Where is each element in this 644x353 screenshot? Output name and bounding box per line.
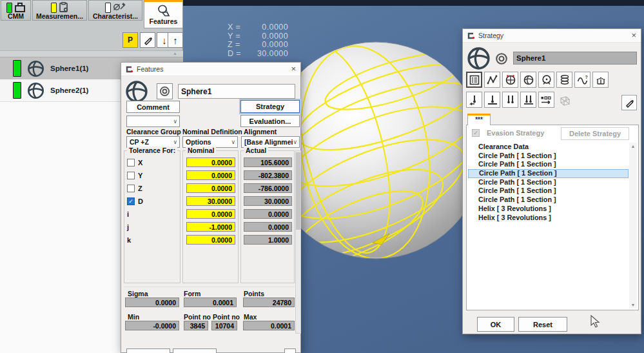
checkbox-x[interactable] bbox=[127, 159, 135, 166]
strategy-list-item[interactable]: Helix [ 3 Revolutions ] bbox=[468, 214, 629, 223]
nominal-j-field[interactable]: -1.0000 bbox=[186, 222, 235, 232]
tab-measurement-plan[interactable]: Measuremen... bbox=[32, 0, 87, 21]
strategy-list: Clearance Data Circle Path [ 1 Section ]… bbox=[468, 143, 629, 308]
close-icon[interactable]: × bbox=[631, 30, 636, 40]
unknown-curve-icon: ? bbox=[577, 75, 589, 85]
step-sequence-icon bbox=[540, 95, 553, 105]
sphere-feature-icon bbox=[125, 80, 148, 103]
scroll-down-icon[interactable]: ▼ bbox=[629, 303, 637, 307]
arrow-up-icon: ↑ bbox=[173, 35, 178, 46]
nominal-groupbox: Nominal 0.0000 0.0000 0.0000 30.0000 0.0… bbox=[182, 150, 239, 283]
wireframe-cube-button bbox=[556, 92, 572, 108]
probe-pair-base-button[interactable] bbox=[520, 92, 536, 108]
measurement-list-icon bbox=[469, 75, 480, 85]
evasion-strategy-checkbox[interactable]: ✓ bbox=[472, 129, 480, 137]
polyline-points-button[interactable] bbox=[484, 72, 500, 88]
features-dialog: Features × Sphere1 Comment Strategy ∨ Ev… bbox=[121, 62, 301, 353]
dialog-scrollbar[interactable] bbox=[295, 150, 301, 334]
sigma-field: 0.0000 bbox=[125, 298, 179, 307]
bottom-button[interactable] bbox=[126, 348, 170, 353]
mouse-cursor bbox=[590, 315, 601, 329]
tab-label: CMM bbox=[8, 13, 24, 20]
feature-list-scroll-strip[interactable] bbox=[0, 50, 183, 57]
unknown-curve-button[interactable]: ? bbox=[574, 72, 590, 88]
pencil-icon bbox=[625, 98, 634, 108]
point-set-button[interactable] bbox=[592, 72, 609, 88]
comment-button[interactable]: Comment bbox=[126, 101, 180, 113]
chevron-down-icon: ∨ bbox=[231, 139, 235, 145]
scroll-up-icon[interactable]: ▲ bbox=[173, 51, 177, 55]
evaluation-button[interactable]: Evaluation... bbox=[240, 115, 300, 127]
checkbox-y[interactable] bbox=[127, 172, 135, 179]
strategy-list-item[interactable]: Circle Path [ 1 Section ] bbox=[468, 152, 629, 161]
characteristics-status-indicator bbox=[105, 3, 111, 13]
tab-characteristics[interactable]: Characterist... bbox=[88, 0, 142, 21]
strategy-list-item[interactable]: Circle Path [ 1 Section ] bbox=[468, 178, 629, 187]
cmm-machine-icon bbox=[14, 3, 26, 13]
checkbox-d[interactable]: ✓ bbox=[127, 197, 135, 205]
scroll-up-icon[interactable]: ▲ bbox=[629, 144, 637, 148]
nominal-y-field[interactable]: 0.0000 bbox=[186, 170, 235, 180]
chevron-down-icon: ∨ bbox=[173, 118, 177, 125]
svg-text:?: ? bbox=[585, 75, 587, 79]
delete-strategy-button[interactable]: Delete Strategy bbox=[561, 127, 629, 140]
strategy-list-item[interactable]: Helix [ 3 Revolutions ] bbox=[468, 205, 629, 214]
probe-surface-icon bbox=[487, 94, 498, 106]
strategy-list-item[interactable]: Circle Path [ 1 Section ] bbox=[468, 196, 629, 205]
comment-dropdown[interactable]: ∨ bbox=[126, 116, 180, 127]
feature-name-field[interactable]: Sphere1 bbox=[178, 84, 295, 99]
helix-icon bbox=[560, 74, 570, 85]
tab-cmm[interactable]: CMM bbox=[1, 0, 31, 21]
strategy-list-item[interactable]: Circle Path [ 1 Section ] bbox=[468, 160, 629, 169]
sphere-grid-button[interactable] bbox=[520, 72, 536, 88]
probe-pair-button[interactable] bbox=[502, 92, 518, 108]
strategy-list-item[interactable]: Circle Path [ 1 Section ] bbox=[468, 187, 629, 196]
form-field: 0.0001 bbox=[184, 298, 237, 307]
features-dialog-titlebar[interactable]: Features × bbox=[121, 63, 300, 76]
readout-row: X =0.0000 bbox=[228, 23, 288, 32]
measurement-status-indicator bbox=[51, 3, 57, 13]
circle-path-icon bbox=[505, 74, 516, 86]
nominal-k-field[interactable]: 0.0000 bbox=[186, 235, 235, 245]
program-mode-button[interactable]: P bbox=[122, 32, 138, 48]
strategy-list-item[interactable]: Clearance Data bbox=[468, 143, 629, 152]
circle-cone-button[interactable] bbox=[538, 72, 554, 88]
circle-cone-icon bbox=[541, 74, 552, 86]
strategy-tab[interactable]: *** bbox=[467, 114, 491, 125]
circle-path-button[interactable] bbox=[502, 72, 518, 88]
nominal-i-field[interactable]: 0.0000 bbox=[186, 209, 235, 219]
probe-retract-button[interactable] bbox=[466, 92, 482, 108]
measurement-list-button[interactable] bbox=[466, 72, 482, 88]
nominal-x-field[interactable]: 0.0000 bbox=[186, 157, 235, 167]
strategy-dialog-titlebar[interactable]: Strategy × bbox=[463, 29, 641, 43]
chevron-down-icon: ∨ bbox=[173, 139, 177, 145]
divider bbox=[124, 287, 295, 287]
ok-button[interactable]: OK bbox=[477, 317, 514, 332]
strategy-button[interactable]: Strategy bbox=[240, 100, 300, 113]
edit-button[interactable] bbox=[140, 32, 155, 48]
edit-strategy-button[interactable] bbox=[621, 95, 637, 110]
actual-groupbox: Actual 105.6000 -802.3800 -786.0000 30.0… bbox=[240, 150, 295, 283]
features-solids-icon bbox=[157, 5, 171, 17]
nominal-z-field[interactable]: 0.0000 bbox=[186, 183, 235, 193]
reset-button[interactable]: Reset bbox=[518, 317, 567, 332]
feature-recall-button[interactable] bbox=[157, 83, 173, 99]
step-sequence-button[interactable] bbox=[538, 92, 554, 108]
calypso-logo-icon bbox=[125, 66, 133, 73]
checkbox-z[interactable] bbox=[127, 185, 135, 192]
close-icon[interactable]: × bbox=[291, 64, 296, 74]
strategy-dialog: Strategy × Sphere1 bbox=[462, 28, 641, 334]
probe-surface-button[interactable] bbox=[484, 92, 500, 108]
strategy-list-scrollbar[interactable]: ▲ ▼ bbox=[629, 143, 637, 308]
nominal-d-field[interactable]: 30.0000 bbox=[186, 196, 235, 206]
bottom-button[interactable] bbox=[284, 348, 296, 353]
bottom-button[interactable] bbox=[173, 348, 217, 353]
points-label: Points bbox=[244, 290, 264, 298]
move-up-button[interactable]: ↑ bbox=[168, 32, 183, 48]
tab-features[interactable]: Features bbox=[144, 0, 183, 28]
helix-button[interactable] bbox=[556, 72, 572, 88]
tolerance-for-groupbox: Tolerance For: X Y Z ✓D i j k bbox=[124, 150, 181, 283]
sphere-feature-icon bbox=[27, 60, 44, 77]
scrollbar-thumb[interactable] bbox=[296, 152, 300, 230]
strategy-list-item-selected[interactable]: Circle Path [ 1 Section ] bbox=[468, 169, 629, 178]
